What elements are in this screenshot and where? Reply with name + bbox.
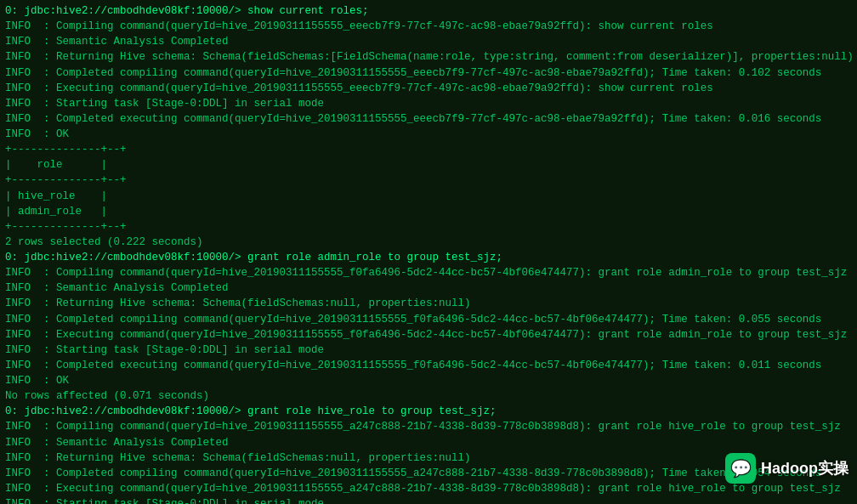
terminal-line: INFO : Completed compiling command(query… <box>5 312 852 327</box>
terminal-line: | role | <box>5 157 852 173</box>
terminal-line: INFO : Executing command(queryId=hive_20… <box>5 327 852 343</box>
terminal-line: +--------------+--+ <box>5 219 852 235</box>
terminal-line: INFO : Compiling command(queryId=hive_20… <box>5 19 852 34</box>
terminal-line: INFO : Executing command(queryId=hive_20… <box>5 81 852 96</box>
terminal-line: INFO : OK <box>5 127 852 142</box>
terminal-line: INFO : Compiling command(queryId=hive_20… <box>5 265 852 280</box>
terminal-line: INFO : Starting task [Stage-0:DDL] in se… <box>5 496 852 504</box>
terminal-line: | admin_role | <box>5 204 852 219</box>
terminal-line: 0: jdbc:hive2://cmbodhdev08kf:10000/> sh… <box>5 3 852 19</box>
terminal-line: INFO : Completed executing command(query… <box>5 111 852 127</box>
terminal-line: INFO : Starting task [Stage-0:DDL] in se… <box>5 96 852 111</box>
terminal-line: INFO : Compiling command(queryId=hive_20… <box>5 419 852 434</box>
terminal-line: INFO : Starting task [Stage-0:DDL] in se… <box>5 343 852 358</box>
terminal-line: INFO : Semantic Analysis Completed <box>5 435 852 450</box>
terminal-line: +--------------+--+ <box>5 142 852 157</box>
terminal-line: 0: jdbc:hive2://cmbodhdev08kf:10000/> gr… <box>5 404 852 419</box>
watermark: 💬 Hadoop实操 <box>725 453 848 484</box>
wechat-icon: 💬 <box>725 453 756 484</box>
terminal-line: | hive_role | <box>5 189 852 204</box>
terminal: 0: jdbc:hive2://cmbodhdev08kf:10000/> sh… <box>0 0 857 504</box>
watermark-text: Hadoop实操 <box>761 458 848 479</box>
terminal-line: INFO : Returning Hive schema: Schema(fie… <box>5 296 852 311</box>
terminal-line: INFO : Semantic Analysis Completed <box>5 34 852 49</box>
terminal-line: INFO : Completed executing command(query… <box>5 358 852 373</box>
terminal-line: INFO : Semantic Analysis Completed <box>5 280 852 296</box>
terminal-line: +--------------+--+ <box>5 173 852 188</box>
terminal-line: INFO : OK <box>5 373 852 388</box>
terminal-line: INFO : Returning Hive schema: Schema(fie… <box>5 49 852 65</box>
terminal-line: 0: jdbc:hive2://cmbodhdev08kf:10000/> gr… <box>5 250 852 265</box>
terminal-line: No rows affected (0.071 seconds) <box>5 388 852 404</box>
terminal-line: INFO : Completed compiling command(query… <box>5 65 852 81</box>
terminal-line: 2 rows selected (0.222 seconds) <box>5 235 852 250</box>
